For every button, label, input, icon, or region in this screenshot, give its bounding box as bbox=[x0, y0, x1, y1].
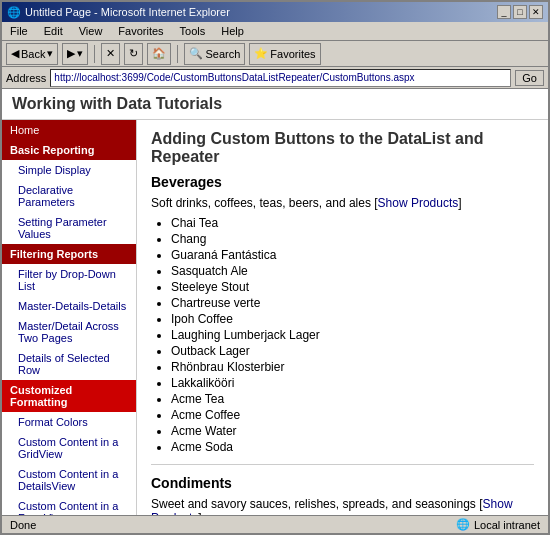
page-header: Working with Data Tutorials bbox=[2, 89, 548, 120]
condiments-description: Sweet and savory sauces, relishes, sprea… bbox=[151, 497, 534, 515]
list-item: Lakkalikööri bbox=[171, 376, 534, 390]
sidebar-item-selected-row[interactable]: Details of Selected Row bbox=[2, 348, 136, 380]
main-heading: Adding Custom Buttons to the DataList an… bbox=[151, 130, 534, 166]
sidebar-item-master-detail-pages[interactable]: Master/Detail Across Two Pages bbox=[2, 316, 136, 348]
close-button[interactable]: ✕ bbox=[529, 5, 543, 19]
zone-icon: 🌐 bbox=[456, 518, 470, 531]
browser-icon: 🌐 bbox=[7, 6, 21, 19]
favorites-button[interactable]: ⭐ Favorites bbox=[249, 43, 320, 65]
sidebar-section-filtering-reports[interactable]: Filtering Reports bbox=[2, 244, 136, 264]
sidebar-section-customized-formatting[interactable]: Customized Formatting bbox=[2, 380, 136, 412]
window-title: Untitled Page - Microsoft Internet Explo… bbox=[25, 6, 230, 18]
status-text: Done bbox=[10, 519, 36, 531]
menu-tools[interactable]: Tools bbox=[176, 24, 210, 38]
address-input[interactable] bbox=[50, 69, 511, 87]
sidebar-item-setting-parameter-values[interactable]: Setting Parameter Values bbox=[2, 212, 136, 244]
beverages-description: Soft drinks, coffees, teas, beers, and a… bbox=[151, 196, 534, 210]
back-dropdown-icon: ▾ bbox=[47, 47, 53, 60]
sidebar-item-master-details[interactable]: Master-Details-Details bbox=[2, 296, 136, 316]
browser-window: 🌐 Untitled Page - Microsoft Internet Exp… bbox=[0, 0, 550, 535]
sidebar-item-detailsview-content[interactable]: Custom Content in a DetailsView bbox=[2, 464, 136, 496]
search-label: Search bbox=[205, 48, 240, 60]
forward-arrow-icon: ▶ bbox=[67, 47, 75, 60]
back-button[interactable]: ◀ Back ▾ bbox=[6, 43, 58, 65]
refresh-button[interactable]: ↻ bbox=[124, 43, 143, 65]
beverages-heading: Beverages bbox=[151, 174, 534, 190]
page-body: Home Basic Reporting Simple Display Decl… bbox=[2, 120, 548, 515]
list-item: Ipoh Coffee bbox=[171, 312, 534, 326]
search-button[interactable]: 🔍 Search bbox=[184, 43, 245, 65]
sidebar-item-format-colors[interactable]: Format Colors bbox=[2, 412, 136, 432]
list-item: Laughing Lumberjack Lager bbox=[171, 328, 534, 342]
list-item: Rhönbrau Klosterbier bbox=[171, 360, 534, 374]
beverages-show-link[interactable]: Show Products bbox=[378, 196, 459, 210]
menu-help[interactable]: Help bbox=[217, 24, 248, 38]
title-bar-buttons: _ □ ✕ bbox=[497, 5, 543, 19]
list-item: Chartreuse verte bbox=[171, 296, 534, 310]
status-bar: Done 🌐 Local intranet bbox=[2, 515, 548, 533]
stop-button[interactable]: ✕ bbox=[101, 43, 120, 65]
sidebar-item-gridview-content[interactable]: Custom Content in a GridView bbox=[2, 432, 136, 464]
list-item: Acme Tea bbox=[171, 392, 534, 406]
list-item: Sasquatch Ale bbox=[171, 264, 534, 278]
sidebar-item-formview-content[interactable]: Custom Content in a FormView bbox=[2, 496, 136, 515]
address-bar: Address Go bbox=[2, 67, 548, 89]
list-item: Guaraná Fantástica bbox=[171, 248, 534, 262]
toolbar-sep-2 bbox=[177, 45, 178, 63]
section-divider bbox=[151, 464, 534, 465]
list-item: Chang bbox=[171, 232, 534, 246]
sidebar-item-filter-dropdown[interactable]: Filter by Drop-Down List bbox=[2, 264, 136, 296]
zone-label: Local intranet bbox=[474, 519, 540, 531]
list-item: Acme Coffee bbox=[171, 408, 534, 422]
back-label: Back bbox=[21, 48, 45, 60]
list-item: Steeleye Stout bbox=[171, 280, 534, 294]
forward-dropdown-icon: ▾ bbox=[77, 47, 83, 60]
list-item: Acme Water bbox=[171, 424, 534, 438]
page-title: Working with Data Tutorials bbox=[12, 95, 222, 112]
beverages-list: Chai Tea Chang Guaraná Fantástica Sasqua… bbox=[171, 216, 534, 454]
page-content: Working with Data Tutorials Home Basic R… bbox=[2, 89, 548, 515]
list-item: Outback Lager bbox=[171, 344, 534, 358]
list-item: Acme Soda bbox=[171, 440, 534, 454]
favorites-label: Favorites bbox=[270, 48, 315, 60]
menu-edit[interactable]: Edit bbox=[40, 24, 67, 38]
back-arrow-icon: ◀ bbox=[11, 47, 19, 60]
address-label: Address bbox=[6, 72, 46, 84]
list-item: Chai Tea bbox=[171, 216, 534, 230]
toolbar: ◀ Back ▾ ▶ ▾ ✕ ↻ 🏠 🔍 Search ⭐ Favorites bbox=[2, 41, 548, 67]
toolbar-sep-1 bbox=[94, 45, 95, 63]
home-button[interactable]: 🏠 bbox=[147, 43, 171, 65]
sidebar: Home Basic Reporting Simple Display Decl… bbox=[2, 120, 137, 515]
search-icon: 🔍 bbox=[189, 47, 203, 60]
main-content: Adding Custom Buttons to the DataList an… bbox=[137, 120, 548, 515]
sidebar-section-basic-reporting[interactable]: Basic Reporting bbox=[2, 140, 136, 160]
sidebar-item-declarative-parameters[interactable]: Declarative Parameters bbox=[2, 180, 136, 212]
status-right: 🌐 Local intranet bbox=[456, 518, 540, 531]
menu-bar: File Edit View Favorites Tools Help bbox=[2, 22, 548, 41]
forward-button[interactable]: ▶ ▾ bbox=[62, 43, 88, 65]
go-button[interactable]: Go bbox=[515, 70, 544, 86]
sidebar-item-simple-display[interactable]: Simple Display bbox=[2, 160, 136, 180]
sidebar-item-home[interactable]: Home bbox=[2, 120, 136, 140]
condiments-heading: Condiments bbox=[151, 475, 534, 491]
minimize-button[interactable]: _ bbox=[497, 5, 511, 19]
favorites-icon: ⭐ bbox=[254, 47, 268, 60]
title-bar: 🌐 Untitled Page - Microsoft Internet Exp… bbox=[2, 2, 548, 22]
title-bar-left: 🌐 Untitled Page - Microsoft Internet Exp… bbox=[7, 6, 230, 19]
menu-file[interactable]: File bbox=[6, 24, 32, 38]
maximize-button[interactable]: □ bbox=[513, 5, 527, 19]
menu-favorites[interactable]: Favorites bbox=[114, 24, 167, 38]
menu-view[interactable]: View bbox=[75, 24, 107, 38]
